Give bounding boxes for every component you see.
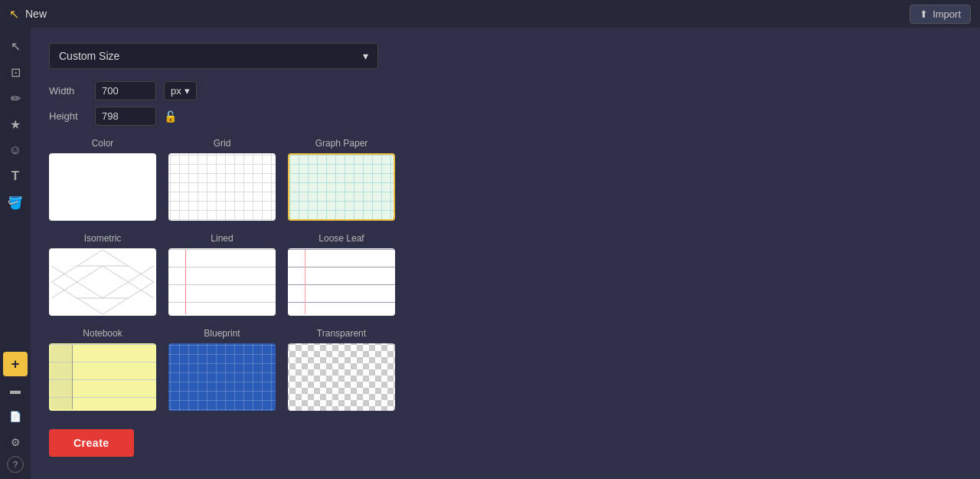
star-tool-btn[interactable]: ★ — [3, 112, 28, 136]
toolbar-top-group: ↖ ⊡ ✏ ★ ☺ T 🪣 — [3, 34, 28, 215]
help-button[interactable]: ? — [7, 456, 24, 473]
width-label: Width — [49, 85, 87, 97]
template-grid: Color Grid Graph Paper Isometric — [49, 138, 962, 411]
template-transparent-label: Transparent — [317, 328, 366, 339]
height-label: Height — [49, 110, 87, 122]
unit-chevron-icon: ▾ — [185, 85, 190, 97]
template-notebook-thumb[interactable] — [49, 343, 156, 411]
template-grid-label: Grid — [214, 138, 231, 149]
size-inputs-group: Width px ▾ Height 🔓 — [49, 81, 962, 126]
template-notebook-label: Notebook — [83, 328, 122, 339]
template-graphpaper[interactable]: Graph Paper — [288, 138, 395, 221]
template-grid[interactable]: Grid — [168, 138, 276, 221]
height-row: Height 🔓 — [49, 107, 962, 126]
topbar-left: ↖ New — [9, 7, 47, 21]
template-color[interactable]: Color — [49, 138, 156, 221]
import-button[interactable]: ⬆ Import — [910, 5, 971, 24]
chevron-down-icon: ▾ — [363, 50, 368, 62]
add-new-button[interactable]: + — [3, 352, 28, 376]
file-button[interactable]: 📄 — [3, 404, 28, 428]
size-preset-dropdown[interactable]: Custom Size ▾ — [49, 43, 378, 69]
template-lined[interactable]: Lined — [168, 233, 276, 316]
template-looseleaf-label: Loose Leaf — [318, 233, 364, 244]
template-looseleaf-thumb[interactable] — [288, 248, 395, 316]
template-color-thumb[interactable] — [49, 153, 156, 221]
width-input[interactable] — [95, 81, 156, 100]
template-notebook[interactable]: Notebook — [49, 328, 156, 411]
template-lined-thumb[interactable] — [168, 248, 276, 316]
emoji-tool-btn[interactable]: ☺ — [3, 138, 28, 162]
text-tool-btn[interactable]: T — [3, 164, 28, 189]
main-area: ↖ ⊡ ✏ ★ ☺ T 🪣 + ▬ 📄 ⚙ ? Custom Size ▾ — [0, 28, 980, 479]
svg-rect-0 — [51, 250, 154, 314]
new-panel-content: Custom Size ▾ Width px ▾ Height 🔓 — [31, 28, 980, 479]
import-icon: ⬆ — [920, 8, 928, 20]
size-preset-row: Custom Size ▾ — [49, 43, 962, 69]
template-blueprint[interactable]: Blueprint — [168, 328, 276, 411]
lock-icon[interactable]: 🔓 — [164, 110, 177, 123]
template-graphpaper-thumb[interactable] — [288, 153, 395, 221]
crop-tool-btn[interactable]: ⊡ — [3, 60, 28, 84]
template-isometric[interactable]: Isometric — [49, 233, 156, 316]
height-input[interactable] — [95, 107, 156, 126]
create-button[interactable]: Create — [49, 429, 134, 457]
template-lined-label: Lined — [211, 233, 233, 244]
template-graphpaper-label: Graph Paper — [315, 138, 368, 149]
template-blueprint-thumb[interactable] — [168, 343, 276, 411]
width-row: Width px ▾ — [49, 81, 962, 100]
import-label: Import — [933, 8, 961, 20]
template-transparent-thumb[interactable] — [288, 343, 395, 411]
cursor-icon: ↖ — [9, 7, 19, 21]
brush-tool-btn[interactable]: ✏ — [3, 86, 28, 110]
size-preset-label: Custom Size — [59, 50, 119, 62]
folder-button[interactable]: ▬ — [3, 378, 28, 402]
left-toolbar: ↖ ⊡ ✏ ★ ☺ T 🪣 + ▬ 📄 ⚙ ? — [0, 28, 31, 479]
template-color-label: Color — [92, 138, 114, 149]
template-isometric-label: Isometric — [84, 233, 122, 244]
settings-button[interactable]: ⚙ — [3, 430, 28, 454]
fill-tool-btn[interactable]: 🪣 — [3, 190, 28, 215]
template-looseleaf[interactable]: Loose Leaf — [288, 233, 395, 316]
unit-select-dropdown[interactable]: px ▾ — [164, 81, 197, 100]
topbar: ↖ New ⬆ Import — [0, 0, 980, 28]
template-blueprint-label: Blueprint — [204, 328, 240, 339]
template-isometric-thumb[interactable] — [49, 248, 156, 316]
cursor-tool-btn[interactable]: ↖ — [3, 34, 28, 58]
template-grid-thumb[interactable] — [168, 153, 276, 221]
topbar-title: New — [25, 8, 47, 20]
toolbar-bottom-group: + ▬ 📄 ⚙ ? — [3, 352, 28, 473]
template-transparent[interactable]: Transparent — [288, 328, 395, 411]
unit-label: px — [171, 85, 181, 97]
